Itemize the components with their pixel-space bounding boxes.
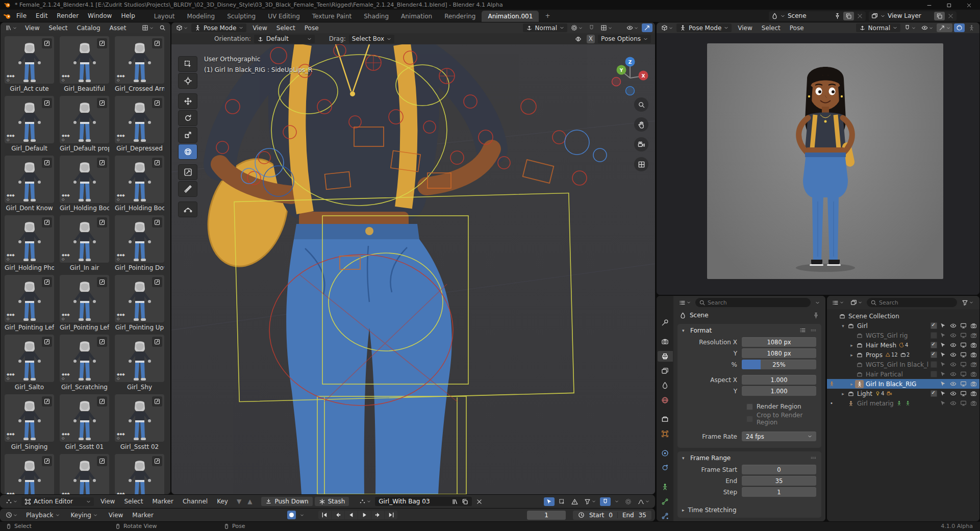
editor-type-button[interactable] — [659, 23, 675, 32]
menu-view[interactable]: View — [20, 23, 44, 33]
exclude-checkbox[interactable] — [931, 332, 937, 339]
eye-toggle[interactable] — [949, 390, 958, 397]
editor-type-button[interactable] — [677, 298, 693, 307]
properties-tab-bonec[interactable] — [658, 511, 673, 521]
prev-key-button[interactable] — [332, 511, 344, 519]
cursor-toggle[interactable] — [939, 400, 947, 407]
camera-toggle[interactable]: ✕ — [969, 332, 978, 339]
edit-pose-icon[interactable] — [97, 337, 107, 347]
next-key-button[interactable] — [371, 511, 384, 519]
editor-type-button[interactable] — [830, 298, 846, 307]
menu-marker[interactable]: Marker — [147, 496, 178, 507]
asset-item-girl-default[interactable]: ◆▪◆◇ Girl_Default — [5, 96, 54, 154]
edit-pose-icon[interactable] — [97, 217, 107, 227]
edit-pose-icon[interactable] — [97, 98, 107, 108]
key-falloff-button[interactable] — [636, 497, 651, 506]
edit-pose-icon[interactable] — [152, 456, 162, 466]
expand-arrow[interactable]: ▸ — [848, 352, 855, 358]
cursor-toggle[interactable] — [939, 371, 947, 377]
eye-toggle[interactable] — [949, 351, 958, 358]
asset-item-girl-pointing-left[interactable]: ◆▪◆◇ Girl_Pointing Left ... — [60, 275, 109, 333]
filter-button[interactable] — [960, 298, 975, 307]
monitor-toggle[interactable] — [959, 371, 968, 377]
cursor-toggle[interactable] — [939, 322, 947, 329]
asset-item[interactable]: ◆▪◆◇ — [115, 454, 164, 494]
tool-breakdown-button[interactable] — [178, 201, 197, 217]
cursor-toggle[interactable] — [939, 381, 947, 387]
monitor-toggle[interactable] — [959, 332, 968, 339]
box-select-keys-icon[interactable] — [557, 497, 567, 506]
asset-item-girl-pointing-up[interactable]: ◆▪◆◇ Girl_Pointing Up — [115, 275, 164, 333]
play-rev-button[interactable] — [345, 511, 358, 519]
edit-pose-icon[interactable] — [42, 456, 52, 466]
asset-item-girl-ssstt-02[interactable]: ◆▪◆◇ Girl_Ssstt 02 — [115, 394, 164, 452]
display-mode-button[interactable] — [848, 298, 864, 307]
tool-transform-button[interactable] — [178, 144, 197, 160]
shading-rendered-button[interactable] — [954, 23, 965, 32]
asset-item-girl-pointing-left[interactable]: ◆▪◆◇ Girl_Pointing Left — [5, 275, 54, 333]
outliner-row-girl-in-black-rig[interactable]: ▸Girl In Black_RIG — [827, 379, 979, 389]
edit-pose-icon[interactable] — [97, 277, 107, 287]
properties-tab-camera[interactable] — [658, 337, 673, 347]
menu-window[interactable]: Window — [83, 11, 116, 21]
expand-arrow[interactable]: ▸ — [848, 382, 855, 387]
menu-keying[interactable]: Keying — [66, 510, 102, 520]
exclude-checkbox[interactable] — [931, 361, 937, 368]
workspace-tab-uv-editing[interactable]: UV Editing — [262, 11, 306, 22]
menu-asset[interactable]: Asset — [105, 23, 131, 33]
play-button[interactable] — [358, 511, 371, 519]
menu-select[interactable]: Select — [757, 23, 785, 33]
menu-catalog[interactable]: Catalog — [72, 23, 105, 33]
frame-step-field[interactable]: 1 — [742, 487, 816, 497]
pose-options-dropdown[interactable]: Pose Options — [598, 35, 651, 43]
dopesheet-mode-dropdown[interactable]: Action Editor — [21, 497, 94, 506]
menu-key[interactable]: Key — [212, 496, 233, 507]
unlink-action-button[interactable] — [474, 497, 485, 506]
properties-tab-collection[interactable] — [658, 414, 673, 425]
show-errors-button[interactable] — [569, 497, 580, 506]
aspect-y-field[interactable]: 1.000 — [742, 386, 816, 396]
monitor-toggle[interactable] — [959, 361, 968, 368]
snap-button[interactable] — [902, 23, 918, 32]
mode-dropdown[interactable]: Pose Mode — [191, 23, 246, 32]
scene-selector[interactable]: Scene — [769, 11, 866, 21]
viewport-canvas[interactable]: User Orthographic (1) Girl In Black_RIG … — [171, 44, 655, 494]
menu-view[interactable]: View — [96, 496, 119, 507]
shading-solid-icon[interactable] — [966, 23, 977, 32]
tool-pencil-button[interactable] — [178, 164, 197, 180]
menu-channel[interactable]: Channel — [178, 496, 212, 507]
workspace-tab-animation-001[interactable]: Animation.001 — [482, 11, 539, 22]
proportional-edit-keys-button[interactable] — [623, 497, 634, 506]
transform-orientation-dropdown[interactable]: Normal — [523, 23, 567, 32]
outliner-row-girl-metarig[interactable]: •Girl metarig — [827, 398, 979, 408]
new-view-layer-button[interactable] — [934, 12, 945, 20]
frame-start-field[interactable]: 0 — [742, 465, 816, 474]
new-collection-button[interactable] — [978, 298, 979, 307]
resolution-x-field[interactable]: 1080 px — [742, 337, 816, 347]
snap-mode-chevron[interactable] — [613, 497, 621, 506]
edit-pose-icon[interactable] — [97, 38, 107, 48]
viewport-3d-scene[interactable] — [171, 44, 655, 494]
nav-hand-button[interactable] — [634, 117, 648, 132]
nav-magnifier-button[interactable] — [634, 97, 648, 112]
asset-item-girl-in-air[interactable]: ◆▪◆◇ Girl_In air — [60, 215, 109, 273]
overlays-button[interactable] — [642, 23, 652, 32]
camera-toggle[interactable] — [969, 342, 978, 348]
asset-item-girl-act-cute[interactable]: ◆▪◆◇ Girl_Act cute — [5, 36, 54, 94]
properties-tab-images[interactable] — [658, 366, 673, 376]
workspace-tab-rendering[interactable]: Rendering — [438, 11, 482, 22]
outliner-row-props[interactable]: ▸Props122 — [827, 350, 979, 360]
gizmos-button[interactable] — [937, 23, 952, 32]
cursor-toggle[interactable] — [939, 332, 947, 339]
search-toggle-button[interactable] — [157, 23, 168, 32]
camera-toggle[interactable] — [969, 381, 978, 387]
filter-keys-button[interactable] — [582, 497, 598, 506]
outliner-row-hair-partical[interactable]: Hair Partical — [827, 369, 979, 379]
menu-marker[interactable]: Marker — [128, 510, 158, 520]
asset-item[interactable]: ◆▪◆◇ — [60, 454, 109, 494]
menu-select[interactable]: Select — [272, 23, 300, 33]
action-name-field[interactable]: Girl_With Bag 03 — [375, 497, 472, 506]
snap-button[interactable] — [586, 23, 597, 32]
resolution-y-field[interactable]: 1080 px — [742, 348, 816, 358]
edit-pose-icon[interactable] — [42, 158, 52, 168]
